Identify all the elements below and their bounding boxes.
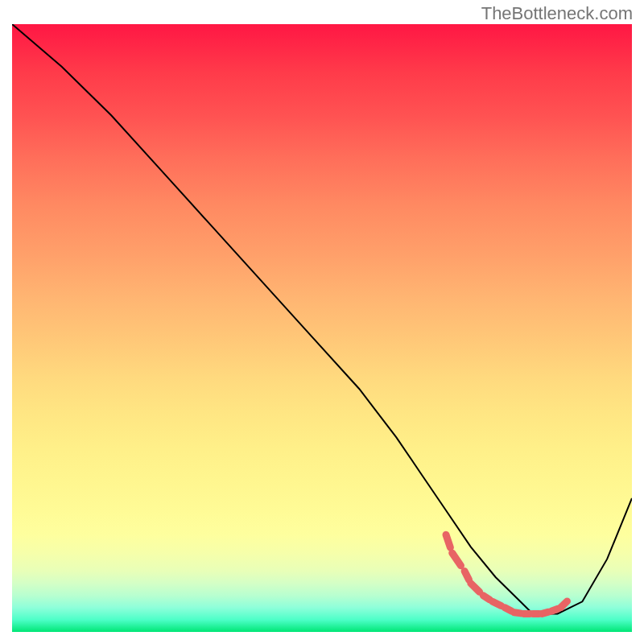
chart-container xyxy=(12,24,632,632)
watermark-text: TheBottleneck.com xyxy=(481,3,633,24)
gradient-background xyxy=(12,24,632,632)
